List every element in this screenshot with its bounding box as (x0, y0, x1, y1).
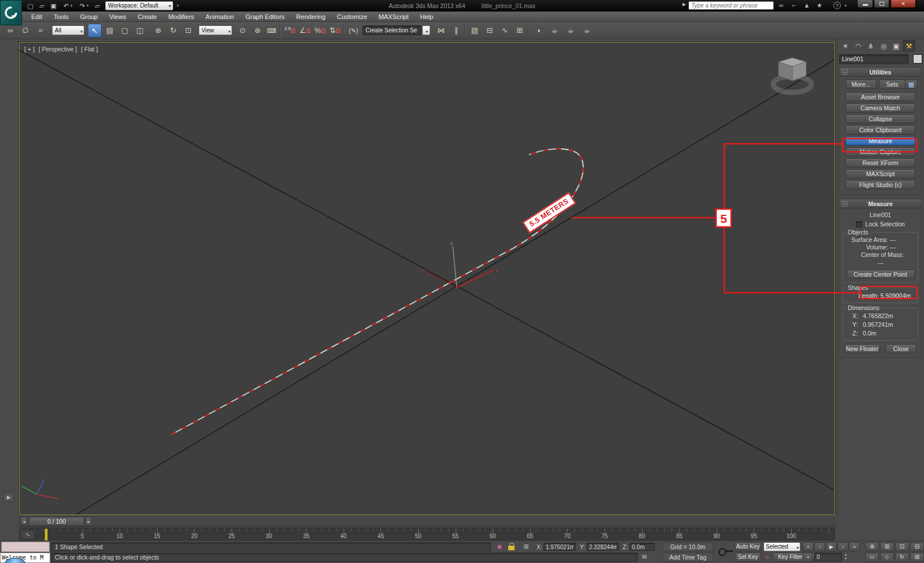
favorites-star-icon[interactable]: ★ (814, 1, 825, 10)
track-bar-ruler[interactable]: ∿ 51015202530354045505560657075808590951… (19, 528, 835, 540)
spline-curve[interactable] (171, 149, 583, 435)
select-by-name-icon[interactable]: ▤ (103, 24, 117, 38)
menu-graph-editors[interactable]: Graph Editors (240, 12, 290, 21)
utility-button-measure[interactable]: Measure (845, 136, 915, 146)
menu-customize[interactable]: Customize (331, 12, 373, 21)
object-name-field[interactable]: Line001 (839, 54, 908, 64)
selection-filter-dropdown[interactable]: All ▾ (52, 25, 84, 35)
select-and-move-icon[interactable]: ⊕ (151, 24, 165, 38)
viewport-menu-general[interactable]: [ + ] (24, 46, 35, 53)
menu-tools[interactable]: Tools (48, 12, 74, 21)
percent-snap-icon[interactable]: %Ω (313, 24, 327, 38)
tab-modify-icon[interactable]: ◠ (852, 40, 865, 52)
add-time-tag-label[interactable]: Add Time Tag (662, 553, 713, 562)
select-object-icon[interactable]: ↖ (88, 24, 102, 38)
key-mode-toggle[interactable]: ▪ (803, 553, 813, 562)
layer-manager-icon[interactable]: ▤ (468, 24, 482, 38)
keyboard-override-icon[interactable]: ⌨ (264, 24, 278, 38)
viewport-menu-pov[interactable]: [ Perspective ] (39, 46, 77, 53)
new-floater-button[interactable]: New Floater (844, 344, 880, 353)
utility-button-asset-browser[interactable]: Asset Browser (845, 92, 915, 102)
angle-snap-icon[interactable]: ∠Ω (298, 24, 312, 38)
help-dropdown-icon[interactable]: ▾ (844, 3, 847, 8)
menu-create[interactable]: Create (132, 12, 162, 21)
close-button[interactable]: × (891, 0, 916, 8)
align-icon[interactable]: ∥ (449, 24, 463, 38)
frame-spinner[interactable]: ▴▾ (843, 553, 849, 561)
minimize-button[interactable] (857, 0, 873, 8)
time-slider-track[interactable]: ◂ 0 / 100 ▸ (19, 516, 835, 527)
current-frame-marker[interactable] (44, 528, 48, 540)
auto-key-button[interactable]: Auto Key (735, 542, 761, 551)
view-cube[interactable] (773, 58, 811, 92)
utility-button-reset-xform[interactable]: Reset XForm (845, 158, 915, 167)
menu-edit[interactable]: Edit (25, 12, 48, 21)
time-slider-handle[interactable]: 0 / 100 (29, 517, 84, 526)
time-slider-right-arrow[interactable]: ▸ (85, 517, 92, 526)
sign-in-key-icon[interactable]: ⌐ (789, 1, 799, 10)
current-frame-field[interactable] (814, 553, 842, 561)
key-selection-dropdown[interactable]: Selected ▾ (763, 542, 800, 551)
max-logo-button[interactable] (0, 0, 22, 25)
orbit-icon[interactable]: ↻ (895, 553, 909, 562)
close-measure-button[interactable]: Close (885, 344, 916, 353)
search-box[interactable] (688, 1, 774, 10)
z-coord-field[interactable] (629, 543, 655, 551)
unlink-selection-icon[interactable]: ∅ (18, 24, 32, 38)
search-icon[interactable]: ∞ (776, 1, 787, 10)
communication-center-icon[interactable]: ▲ (802, 1, 812, 10)
help-icon[interactable]: ? (833, 2, 841, 9)
absolute-mode-icon[interactable]: ⊞ (520, 543, 532, 551)
menu-modifiers[interactable]: Modifiers (162, 12, 200, 21)
set-key-button[interactable]: Set Key (735, 553, 761, 562)
mini-curve-editor-button[interactable]: ∿ (21, 530, 35, 539)
perspective-viewport[interactable]: [ + ] [ Perspective ] [ Flat ] z x (19, 42, 835, 515)
maximize-viewport-icon[interactable]: ⊞ (910, 553, 924, 562)
named-sets-arrow-button[interactable]: ▾ (422, 25, 430, 35)
infocenter-expand-icon[interactable]: ▶ (683, 2, 686, 7)
utility-button-flight-studio-c-[interactable]: Flight Studio (c) (845, 180, 915, 189)
default-tangent-icon[interactable]: ∿ (762, 553, 772, 561)
transform-gizmo[interactable]: z x y (422, 241, 498, 288)
menu-maxscript[interactable]: MAXScript (373, 12, 415, 21)
tab-create-icon[interactable]: ☀ (839, 40, 852, 52)
menu-help[interactable]: Help (415, 12, 439, 21)
select-and-scale-icon[interactable]: ⊡ (181, 24, 195, 38)
macro-recorder-pane[interactable] (1, 542, 50, 552)
listener-expand-button[interactable]: ▶ (3, 493, 14, 502)
more-utilities-button[interactable]: More... (845, 80, 877, 89)
notification-icon[interactable]: ✉ (640, 553, 649, 561)
pan-icon[interactable]: ⊹ (880, 553, 894, 562)
utility-button-motion-capture[interactable]: Motion Capture (845, 147, 915, 156)
curve-editor-icon[interactable]: ∿ (498, 24, 512, 38)
configure-button-sets-icon[interactable]: ▦ (905, 80, 918, 89)
menu-views[interactable]: Views (103, 12, 132, 21)
edit-named-sets-icon[interactable]: {✎} (346, 24, 360, 38)
lock-selection-checkbox[interactable] (856, 221, 862, 228)
select-and-link-icon[interactable]: ∞ (3, 24, 17, 38)
named-selection-sets-dropdown[interactable]: Create Selection Se (363, 25, 422, 35)
go-to-end-button[interactable]: » (849, 542, 860, 551)
tab-motion-icon[interactable]: ◎ (877, 40, 890, 52)
search-input[interactable] (688, 1, 774, 10)
material-editor-icon[interactable]: ◑ (531, 24, 545, 38)
rectangular-selection-region-icon[interactable]: ▢ (118, 24, 132, 38)
snaps-toggle-icon[interactable]: 2.5Ω (283, 24, 297, 38)
create-center-point-button[interactable]: Create Center Point (847, 270, 915, 279)
utility-button-collapse[interactable]: Collapse (845, 114, 915, 124)
reference-coordinate-dropdown[interactable]: View ▾ (199, 25, 232, 35)
utility-button-camera-match[interactable]: Camera Match (845, 103, 915, 113)
pin-icon[interactable]: ◉ (495, 543, 504, 551)
time-slider-left-arrow[interactable]: ◂ (20, 517, 28, 526)
rendered-frame-window-icon[interactable]: ☕ (564, 24, 578, 38)
menu-animation[interactable]: Animation (200, 12, 240, 21)
select-and-rotate-icon[interactable]: ↻ (166, 24, 180, 38)
tab-hierarchy-icon[interactable]: ⋔ (865, 40, 877, 52)
zoom-icon[interactable]: ⊕ (865, 542, 879, 551)
utility-sets-button[interactable]: Sets (879, 80, 906, 89)
measure-rollout-header[interactable]: − Measure (840, 199, 921, 208)
utilities-rollout-header[interactable]: − Utilities (840, 68, 921, 77)
tab-display-icon[interactable]: ▣ (890, 40, 903, 52)
object-color-swatch[interactable] (913, 54, 922, 64)
zoom-extents-icon[interactable]: ⊡ (895, 542, 909, 551)
